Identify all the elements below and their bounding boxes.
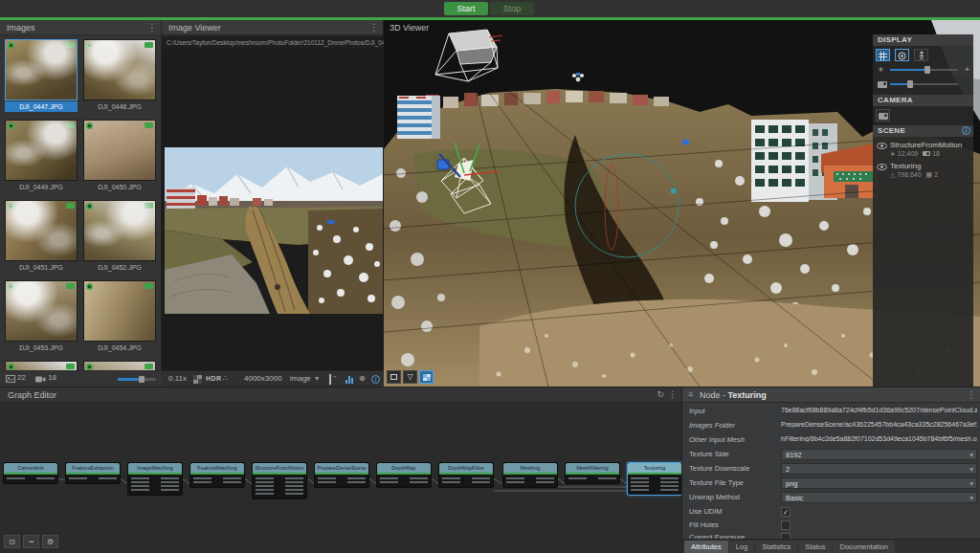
thumbnail-image[interactable]: [83, 200, 156, 261]
thumbnail-item[interactable]: DJI_0449.JPG: [5, 120, 78, 192]
graph-node-depthmap[interactable]: DepthMap: [376, 462, 432, 488]
node-title-prefix: Node -: [700, 390, 728, 400]
graph-node-depthmapfilter[interactable]: DepthMapFilter: [438, 462, 494, 488]
more-options-button[interactable]: •••: [23, 535, 39, 548]
graph-node-structurefrommotion[interactable]: StructureFromMotion: [252, 462, 307, 499]
camera-icon: [879, 113, 888, 120]
thumbnail-item[interactable]: DJI_0453.JPG: [5, 280, 78, 353]
attr-row-other-input-mesh: Other Input Mesh hFiltering/8b4c2de5a882…: [682, 433, 980, 447]
node-title: FeatureMatching: [190, 463, 244, 473]
slider-handle[interactable]: [924, 66, 930, 74]
zoom-level[interactable]: 0.11x: [168, 374, 187, 383]
graph-node-camerainit[interactable]: CameraInit: [3, 462, 58, 484]
scene-info-icon[interactable]: i: [962, 126, 970, 135]
wireframe-mode-button[interactable]: ▽: [403, 370, 417, 384]
textured-mode-button[interactable]: [419, 370, 434, 384]
thumbnail-item[interactable]: DJI_0454.JPG: [83, 280, 156, 353]
thumbnail-image[interactable]: [5, 200, 78, 261]
graph-menu-icon[interactable]: ⋮: [668, 389, 677, 399]
thumbnail-image[interactable]: [83, 361, 156, 370]
fill-holes-checkbox[interactable]: [781, 520, 791, 530]
thumbnail-image[interactable]: [5, 280, 78, 342]
graph-node-featurematching[interactable]: FeatureMatching: [189, 462, 245, 488]
thumbnail-image[interactable]: [5, 39, 78, 100]
tab-statistics[interactable]: Statistics: [755, 541, 797, 553]
tab-attributes[interactable]: Attributes: [684, 541, 728, 553]
image-viewer-canvas[interactable]: [162, 49, 384, 370]
metadata-globe-icon[interactable]: ⊕: [359, 374, 366, 383]
tab-log[interactable]: Log: [729, 541, 755, 553]
locator-toggle-button[interactable]: [914, 49, 928, 61]
use-udim-checkbox[interactable]: ✓: [781, 507, 791, 517]
tab-documentation[interactable]: Documentation: [833, 541, 894, 553]
image-viewer-menu-icon[interactable]: ⋮: [369, 22, 379, 33]
visibility-eye-icon[interactable]: [877, 164, 887, 170]
channel-caret-icon[interactable]: ▾: [315, 374, 319, 383]
graph-node-texturing[interactable]: Texturing: [627, 462, 681, 496]
thumbnail-partial[interactable]: [83, 361, 156, 370]
texture-downscale-select[interactable]: 2▾: [781, 463, 977, 475]
node-panel-menu-icon[interactable]: ⋮: [967, 389, 976, 400]
texture-file-type-select[interactable]: png▾: [781, 477, 977, 489]
graph-canvas[interactable]: CameraInit FeatureExtraction ImageMatchi…: [0, 403, 681, 553]
caret-icon: ▾: [969, 493, 973, 503]
hdr-toggle[interactable]: HDR: [206, 375, 222, 382]
node-title: ImageMatching: [128, 463, 182, 473]
graph-node-preparedensescene[interactable]: PrepareDenseScene: [314, 462, 369, 488]
slider-handle[interactable]: [139, 376, 145, 383]
origin-icon: [898, 52, 906, 60]
thumbnail-image[interactable]: [5, 120, 78, 181]
gizmo-toggle-button[interactable]: [895, 49, 909, 61]
texture-side-select[interactable]: 8192▾: [781, 449, 977, 460]
visibility-eye-icon[interactable]: [877, 143, 887, 149]
graph-node-imagematching[interactable]: ImageMatching: [127, 462, 183, 496]
info-icon[interactable]: i: [371, 375, 380, 384]
refresh-icon[interactable]: ↻: [657, 389, 664, 399]
thumbnail-label: DJI_0453.JPG: [5, 343, 78, 353]
channel-select[interactable]: image: [290, 374, 311, 383]
camera-reset-button[interactable]: [876, 109, 890, 122]
features-display-icon[interactable]: ∴: [223, 374, 228, 383]
attr-label: Images Folder: [689, 421, 735, 430]
attr-value-text[interactable]: hFiltering/8b4c2de5a882f07102d53d49eca10…: [781, 435, 977, 442]
scene-item-sfm[interactable]: StructureFromMotion ∗ 12,409 18: [875, 141, 971, 158]
thumbnail-image[interactable]: [5, 361, 78, 370]
stop-button[interactable]: Stop: [490, 2, 534, 15]
settings-button[interactable]: ⚙: [42, 535, 58, 548]
images-menu-icon[interactable]: ⋮: [147, 22, 157, 33]
alpha-background-icon[interactable]: [193, 375, 202, 384]
viewer-3d-panel[interactable]: 3D Viewer: [384, 20, 980, 387]
solid-mode-button[interactable]: [387, 370, 401, 384]
move-icon[interactable]: +: [965, 65, 969, 74]
output-attribute-icon[interactable]: [329, 374, 331, 385]
slider-handle[interactable]: [907, 80, 913, 88]
thumbnail-item[interactable]: DJI_0450.JPG: [83, 120, 156, 192]
graph-node-meshing[interactable]: Meshing: [502, 462, 558, 488]
thumbnail-label: DJI_0454.JPG: [83, 343, 156, 353]
attr-value-text[interactable]: 76e88acf68b889a8a724cf4fb5d1d36a99c5207/…: [781, 407, 977, 413]
fit-view-button[interactable]: ⊡: [4, 535, 20, 548]
attr-value-text[interactable]: PrepareDenseScene/ac436225457bb4ca43ca33…: [781, 421, 977, 428]
thumbnail-item[interactable]: DJI_0448.JPG: [83, 39, 156, 112]
histogram-icon[interactable]: [345, 375, 354, 384]
graph-node-meshfiltering[interactable]: MeshFiltering: [565, 462, 620, 484]
thumbnail-item[interactable]: DJI_0447.JPG: [5, 39, 78, 112]
thumbnail-partial[interactable]: [5, 361, 78, 370]
start-button[interactable]: Start: [444, 2, 488, 15]
thumbnail-image[interactable]: [83, 120, 156, 181]
scene-item-name[interactable]: StructureFromMotion: [890, 141, 971, 149]
camera-section-header: CAMERA: [873, 95, 973, 106]
grid-toggle-button[interactable]: [876, 49, 890, 61]
scene-section-header: SCENE i: [873, 125, 973, 137]
graph-node-featureextraction[interactable]: FeatureExtraction: [65, 462, 121, 484]
scene-item-name[interactable]: Texturing: [890, 162, 971, 170]
unwrap-method-select[interactable]: Basic▾: [781, 492, 977, 503]
thumbnail-size-slider[interactable]: [118, 378, 156, 381]
scene-item-texturing[interactable]: Texturing △ 798,640 ▦ 2: [875, 162, 971, 179]
node-title: CameraInit: [4, 463, 57, 473]
thumbnail-image[interactable]: [83, 39, 156, 100]
thumbnail-image[interactable]: [83, 280, 156, 342]
tab-status[interactable]: Status: [798, 541, 832, 553]
thumbnail-item[interactable]: DJI_0451.JPG: [5, 200, 78, 273]
thumbnail-item[interactable]: DJI_0452.JPG: [83, 200, 156, 273]
